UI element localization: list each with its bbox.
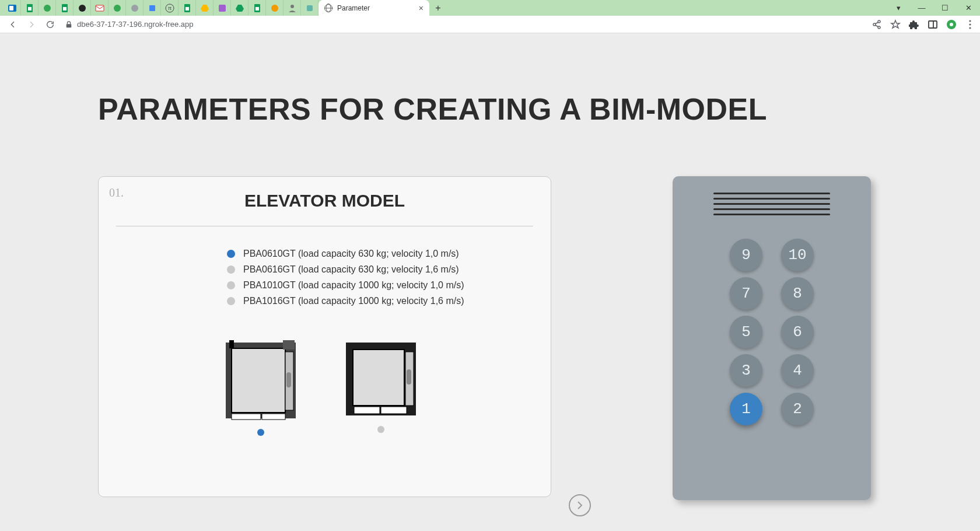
svg-rect-18 [256, 7, 259, 11]
radio-option-3[interactable]: PBA1016GT (load capacity 1000 kg; veloci… [227, 296, 533, 306]
bookmark-star-icon[interactable] [890, 19, 901, 30]
back-button[interactable] [5, 16, 21, 33]
svg-rect-34 [232, 348, 285, 413]
tab-icon-grey[interactable] [126, 0, 144, 16]
svg-point-19 [271, 5, 278, 12]
svg-rect-16 [219, 5, 226, 12]
radio-label: PBA1010GT (load capacity 1000 kg; veloci… [243, 280, 464, 291]
radio-label: PBA0610GT (load capacity 630 kg; velocit… [243, 249, 459, 259]
svg-rect-44 [407, 369, 411, 385]
svg-rect-8 [96, 5, 104, 11]
keypad: 9 10 7 8 5 6 3 4 1 2 [673, 239, 871, 425]
reload-button[interactable] [42, 16, 58, 33]
diagram-select-dot [377, 426, 384, 433]
panel-icon[interactable] [928, 19, 938, 30]
share-icon[interactable] [872, 19, 882, 30]
new-tab-button[interactable]: + [429, 0, 447, 16]
forward-button[interactable] [23, 16, 40, 33]
radio-label: PBA1016GT (load capacity 1000 kg; veloci… [243, 296, 464, 306]
browser-toolbar: dbe6-37-17-37-196.ngrok-free.app [0, 16, 980, 33]
tab-icon-purple[interactable] [214, 0, 231, 16]
key-label: 2 [793, 400, 802, 418]
tab-icon-green-2[interactable] [108, 0, 126, 16]
tab-icon-pi[interactable]: π [161, 0, 178, 16]
profile-avatar-icon[interactable] [946, 19, 957, 30]
svg-point-25 [878, 26, 880, 29]
svg-point-23 [878, 20, 880, 23]
tab-icon-outlook[interactable] [4, 0, 21, 16]
close-tab-icon[interactable]: × [419, 4, 424, 13]
svg-rect-45 [354, 407, 380, 414]
window-maximize-button[interactable]: ☐ [933, 0, 957, 16]
window-controls: ▾ — ☐ ✕ [887, 0, 980, 16]
card-divider [116, 226, 533, 226]
browser-tab-strip: π Parameter × + ▾ — ☐ ✕ [0, 0, 980, 16]
window-minimize-button[interactable]: — [910, 0, 933, 16]
tab-icon-blue[interactable] [144, 0, 161, 16]
svg-rect-26 [929, 21, 937, 28]
url-text: dbe6-37-17-37-196.ngrok-free.app [77, 20, 193, 29]
floor-button-2[interactable]: 2 [781, 393, 814, 425]
active-tab[interactable]: Parameter × [318, 0, 429, 16]
tab-icon-person[interactable] [284, 0, 301, 16]
window-close-button[interactable]: ✕ [957, 0, 980, 16]
tab-icon-teal[interactable] [301, 0, 318, 16]
radio-dot-icon [227, 250, 235, 258]
tab-icon-sheets[interactable] [21, 0, 38, 16]
svg-point-29 [950, 23, 953, 26]
tab-icon-sheets-2[interactable] [56, 0, 74, 16]
floor-button-8[interactable]: 8 [781, 277, 814, 310]
svg-rect-42 [353, 350, 404, 406]
tab-icon-drive-2[interactable] [231, 0, 249, 16]
radio-option-0[interactable]: PBA0610GT (load capacity 630 kg; velocit… [227, 249, 533, 259]
tab-icon-gmail[interactable] [91, 0, 108, 16]
tab-icon-sheets-3[interactable] [178, 0, 196, 16]
svg-rect-1 [9, 6, 13, 11]
floor-button-6[interactable]: 6 [781, 316, 814, 348]
floor-button-4[interactable]: 4 [781, 354, 814, 387]
card-heading: ELEVATOR MODEL [116, 191, 533, 211]
floor-button-5[interactable]: 5 [730, 316, 762, 348]
page-title: PARAMETERS FOR CREATING A BIM-MODEL [98, 92, 767, 127]
step-number: 01. [109, 186, 124, 200]
svg-rect-15 [186, 7, 189, 11]
page-viewport[interactable]: PARAMETERS FOR CREATING A BIM-MODEL 01. … [0, 33, 980, 531]
tab-icon-drive[interactable] [196, 0, 214, 16]
svg-rect-38 [286, 372, 291, 387]
floor-button-10[interactable]: 10 [781, 239, 814, 271]
floor-button-1[interactable]: 1 [730, 393, 762, 425]
lock-icon [65, 21, 72, 28]
key-label: 6 [793, 323, 802, 341]
model-radio-list: PBA0610GT (load capacity 630 kg; velocit… [227, 249, 533, 306]
svg-rect-39 [232, 414, 261, 420]
floor-button-3[interactable]: 3 [730, 354, 762, 387]
floor-button-7[interactable]: 7 [730, 277, 762, 310]
svg-rect-6 [63, 7, 66, 11]
tab-icon-sheets-4[interactable] [249, 0, 266, 16]
layout-diagram-1[interactable] [344, 340, 418, 436]
svg-point-32 [969, 27, 971, 29]
layout-diagram-0[interactable] [221, 340, 300, 436]
radio-option-2[interactable]: PBA1010GT (load capacity 1000 kg; veloci… [227, 280, 533, 291]
radio-dot-icon [227, 266, 235, 274]
key-label: 7 [741, 285, 751, 302]
tabs-dropdown-icon[interactable]: ▾ [887, 0, 910, 16]
kebab-menu-icon[interactable] [965, 19, 975, 30]
radio-dot-icon [227, 297, 235, 305]
key-label: 5 [741, 323, 751, 341]
svg-point-30 [969, 20, 971, 22]
floor-button-9[interactable]: 9 [730, 239, 762, 271]
radio-option-1[interactable]: PBA0616GT (load capacity 630 kg; velocit… [227, 264, 533, 275]
svg-point-20 [290, 5, 294, 8]
address-bar[interactable]: dbe6-37-17-37-196.ngrok-free.app [65, 20, 193, 29]
extensions-icon[interactable] [909, 19, 919, 30]
next-step-button[interactable] [569, 494, 591, 516]
active-tab-title: Parameter [337, 4, 370, 12]
svg-rect-40 [262, 414, 285, 420]
tab-icon-green-1[interactable] [38, 0, 56, 16]
tab-icon-orange[interactable] [266, 0, 284, 16]
svg-point-24 [873, 23, 876, 26]
tab-icon-dark[interactable] [74, 0, 91, 16]
key-label: 9 [741, 246, 751, 264]
svg-rect-35 [229, 340, 234, 348]
